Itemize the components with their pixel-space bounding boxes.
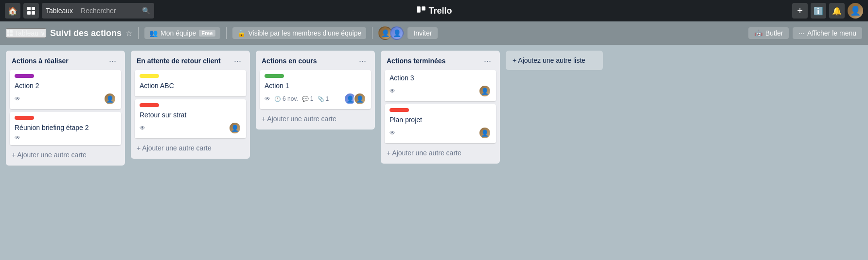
notification-button[interactable]: 🔔	[829, 3, 845, 19]
add-card-button-2[interactable]: + Ajouter une autre carte	[135, 141, 246, 155]
card-footer-plan: 👤	[390, 127, 491, 139]
butler-button[interactable]: 🤖 Butler	[748, 27, 789, 39]
comment-icon	[302, 95, 309, 102]
add-list-button[interactable]: + Ajoutez une autre liste	[506, 51, 603, 70]
list-actions-en-cours: Actions en cours ··· Action 1 6 nov. 1 1…	[256, 51, 375, 130]
card-avatar-action2: 👤	[104, 93, 116, 105]
eye-icon-1	[15, 95, 20, 102]
date-meta: 6 nov.	[274, 95, 298, 102]
eye-meta-1	[15, 95, 20, 102]
card-footer-reunion	[15, 134, 116, 141]
clock-icon	[274, 95, 281, 102]
board-title: Suivi des actions	[50, 28, 122, 38]
card-action-2[interactable]: Action 2 👤	[10, 70, 121, 109]
eye-meta-5	[390, 88, 395, 94]
user-avatar[interactable]: 👤	[848, 3, 863, 19]
card-reunion[interactable]: Réunion briefing étape 2	[10, 112, 121, 145]
card-label-red-2	[140, 103, 159, 107]
robot-icon: 🤖	[754, 29, 762, 37]
eye-icon-5	[390, 88, 395, 94]
eye-meta-2	[15, 134, 20, 141]
logo-text: Trello	[428, 6, 452, 16]
list-header-2: En attente de retour client ···	[135, 55, 246, 67]
svg-rect-3	[32, 11, 35, 15]
add-button[interactable]: +	[792, 3, 808, 19]
svg-rect-4	[417, 6, 421, 13]
paperclip-icon	[318, 95, 324, 102]
card-action-1[interactable]: Action 1 6 nov. 1 1 👤 👤	[260, 70, 371, 109]
attach-meta: 1	[318, 95, 329, 102]
add-card-button-1[interactable]: + Ajouter une autre carte	[10, 148, 121, 162]
visibility-button[interactable]: 🔒 Visible par les membres d'une équipe	[232, 27, 367, 39]
butler-label: Butler	[765, 29, 783, 37]
list-title-3: Actions en cours	[262, 57, 317, 65]
eye-icon-2	[15, 134, 20, 141]
team-tag: Free	[199, 30, 215, 37]
home-button[interactable]: 🏠	[5, 3, 20, 19]
card-title-reunion: Réunion briefing étape 2	[15, 124, 116, 131]
board-area: Actions à réaliser ··· Action 2 👤 Réunio…	[0, 45, 868, 171]
tableau-chevron: ∨	[40, 29, 45, 37]
team-button[interactable]: 👥 Mon équipe Free	[144, 27, 220, 39]
card-retour-strat[interactable]: Retour sur strat 👤	[135, 99, 246, 138]
card-label-green	[265, 74, 284, 78]
lock-icon: 🔒	[237, 29, 246, 37]
invite-button[interactable]: Inviter	[407, 27, 438, 39]
svg-rect-2	[27, 11, 31, 15]
card-avatars-action3: 👤	[478, 85, 491, 97]
search-icon: 🔍	[142, 7, 150, 15]
menu-button[interactable]: ··· Afficher le menu	[793, 27, 862, 39]
svg-rect-6	[7, 30, 9, 33]
card-action-3[interactable]: Action 3 👤	[385, 70, 496, 101]
list-title-2: En attente de retour client	[137, 57, 221, 65]
add-card-button-4[interactable]: + Ajouter une autre carte	[385, 146, 496, 160]
card-plan-projet[interactable]: Plan projet 👤	[385, 104, 496, 143]
svg-rect-0	[27, 7, 31, 10]
boards-button[interactable]	[23, 3, 39, 19]
visibility-label: Visible par les membres d'une équipe	[248, 29, 362, 37]
list-actions-terminees: Actions terminées ··· Action 3 👤 Plan pr…	[381, 51, 500, 164]
attach-count: 1	[326, 95, 329, 102]
list-menu-button-3[interactable]: ···	[356, 56, 369, 66]
sub-nav-left: Tableau ∨ Suivi des actions ☆ 👥 Mon équi…	[6, 26, 744, 40]
top-nav-right: + ℹ️ 🔔 👤	[792, 3, 863, 19]
card-avatars-action1: 👤 👤	[344, 93, 366, 105]
eye-icon-6	[390, 130, 395, 136]
team-label: Mon équipe	[160, 29, 196, 37]
tableau-label: Tableau	[15, 29, 38, 37]
sub-nav: Tableau ∨ Suivi des actions ☆ 👥 Mon équi…	[0, 21, 868, 45]
card-meta-action1: 6 nov. 1 1	[265, 95, 329, 102]
card-avatars-action2: 👤	[104, 93, 116, 105]
star-button[interactable]: ☆	[125, 29, 132, 38]
tableau-link[interactable]: Tableau ∨	[6, 28, 46, 38]
svg-rect-8	[7, 34, 9, 36]
eye-icon-4	[265, 95, 270, 102]
card-title-action3: Action 3	[390, 74, 491, 82]
eye-meta-6	[390, 130, 395, 136]
list-en-attente: En attente de retour client ··· Action A…	[131, 51, 250, 159]
search-input[interactable]	[76, 3, 139, 19]
card-title-action1: Action 1	[265, 82, 366, 90]
list-menu-button-4[interactable]: ···	[481, 56, 494, 66]
add-card-button-3[interactable]: + Ajouter une autre carte	[260, 112, 371, 126]
card-avatar-action1-b: 👤	[354, 93, 366, 105]
svg-rect-9	[10, 34, 13, 36]
comment-count: 1	[310, 95, 314, 102]
card-label-yellow	[140, 74, 159, 78]
card-date: 6 nov.	[283, 95, 298, 102]
team-icon: 👥	[149, 29, 158, 37]
list-menu-button-2[interactable]: ···	[231, 56, 244, 66]
card-action-abc[interactable]: Action ABC	[135, 70, 246, 96]
divider-1	[138, 27, 139, 39]
top-nav-left: 🏠 Tableaux 🔍	[5, 3, 154, 19]
card-title-action2: Action 2	[15, 82, 116, 90]
eye-meta-3	[140, 125, 145, 131]
info-button[interactable]: ℹ️	[811, 3, 826, 19]
list-menu-button-1[interactable]: ···	[106, 56, 119, 66]
menu-label: Afficher le menu	[807, 29, 856, 37]
sub-nav-right: 🤖 Butler ··· Afficher le menu	[748, 27, 862, 39]
card-label-purple	[15, 74, 34, 78]
card-footer-retour: 👤	[140, 122, 241, 134]
card-title-abc: Action ABC	[140, 82, 241, 90]
member-avatar-2: 👤	[390, 26, 404, 40]
